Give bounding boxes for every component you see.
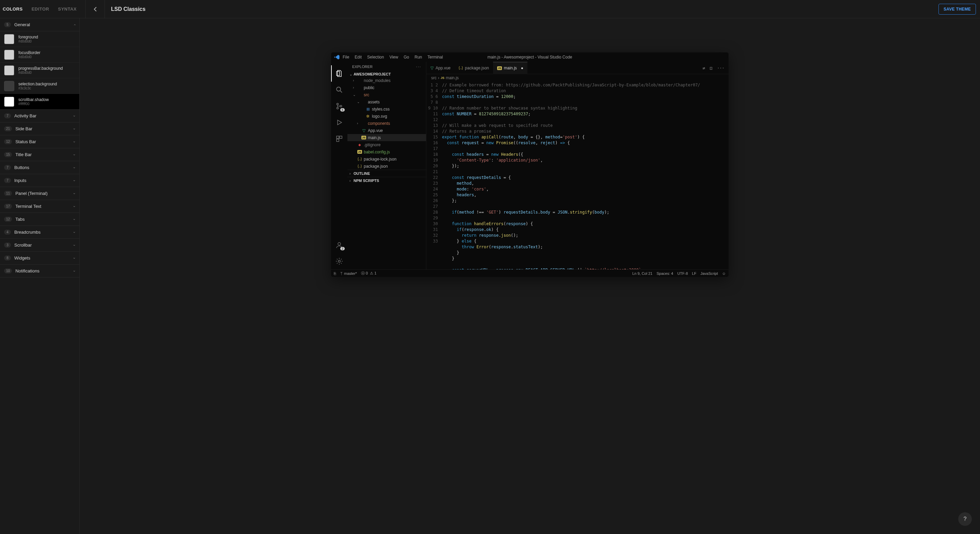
section-count: 8 xyxy=(4,256,11,261)
section-title: Breadcrumbs xyxy=(14,230,74,235)
section-buttons[interactable]: 7 Buttons › xyxy=(0,161,79,174)
chevron-icon: › xyxy=(73,206,76,207)
section-status-bar[interactable]: 12 Status Bar › xyxy=(0,135,79,148)
tab-editor[interactable]: EDITOR xyxy=(32,6,49,11)
tree-item[interactable]: JS main.js xyxy=(347,134,426,141)
section-count: 5 xyxy=(4,22,11,27)
section-count: 10 xyxy=(4,269,12,273)
section-panel-terminal-[interactable]: 11 Panel (Terminal) › xyxy=(0,187,79,200)
color-item-foreground[interactable]: foreground #d0d0d0 xyxy=(0,31,79,47)
section-activity-bar[interactable]: 7 Activity Bar › xyxy=(0,110,79,122)
section-widgets[interactable]: 8 Widgets › xyxy=(0,252,79,265)
tree-label: src xyxy=(364,92,369,97)
cursor-position[interactable]: Ln 9, Col 21 xyxy=(632,272,652,275)
section-breadcrumbs[interactable]: 4 Breadcrumbs › xyxy=(0,226,79,239)
section-inputs[interactable]: 7 Inputs › xyxy=(0,174,79,187)
color-item-selection-background[interactable]: selection.background #3c3c3c xyxy=(0,78,79,94)
compare-icon[interactable]: ⇄ xyxy=(703,66,705,70)
chevron-icon: › xyxy=(73,193,76,194)
section-title-bar[interactable]: 15 Title Bar › xyxy=(0,148,79,161)
tree-item[interactable]: › public xyxy=(347,84,426,91)
project-header[interactable]: ⌄ AWESOMEPROJECT xyxy=(347,72,426,77)
more-icon[interactable]: ··· xyxy=(717,66,724,70)
code-area[interactable]: 1 2 3 4 5 6 7 8 9 10 11 12 13 14 15 16 1… xyxy=(426,82,729,269)
color-name: focusBorder xyxy=(18,50,40,55)
vs-activitybar: 6 2 xyxy=(331,62,347,269)
vscode-preview: FileEditSelectionViewGoRunTerminal main.… xyxy=(331,52,729,277)
problems-status[interactable]: ⓧ 0 ⚠ 1 xyxy=(361,271,376,276)
file-icon: ▽ xyxy=(361,128,366,133)
menu-go[interactable]: Go xyxy=(404,55,409,59)
section-general[interactable]: 5 General › xyxy=(0,18,79,31)
color-item-focusBorder[interactable]: focusBorder #d0d0d0 xyxy=(0,47,79,63)
chevron-icon: › xyxy=(73,115,76,117)
menu-view[interactable]: View xyxy=(389,55,398,59)
language-status[interactable]: JavaScript xyxy=(700,272,718,275)
color-item-scrollbar-shadow[interactable]: scrollbar.shadow #ffffff00 xyxy=(0,94,79,110)
chevron-icon: › xyxy=(73,24,76,25)
tree-label: components xyxy=(368,121,390,126)
tree-label: logo.svg xyxy=(372,114,387,119)
editor-tabs: ▽App.vue{..}package.jsonJSmain.js●⇄◫··· xyxy=(426,62,729,74)
section-title: Tabs xyxy=(15,217,74,222)
editor-tab[interactable]: ▽App.vue xyxy=(426,62,455,74)
menu-file[interactable]: File xyxy=(343,55,349,59)
save-theme-button[interactable]: SAVE THEME xyxy=(939,4,976,14)
vs-editor: ▽App.vue{..}package.jsonJSmain.js●⇄◫··· … xyxy=(426,62,729,269)
activity-explorer-icon[interactable] xyxy=(331,65,347,82)
menu-terminal[interactable]: Terminal xyxy=(427,55,443,59)
tree-item[interactable]: JS babel.config.js xyxy=(347,148,426,156)
tree-item[interactable]: ▽ App.vue xyxy=(347,127,426,134)
tree-item[interactable]: ⌄ src xyxy=(347,91,426,98)
npm-scripts-section[interactable]: ›NPM SCRIPTS xyxy=(347,177,426,184)
file-icon: ◆ xyxy=(357,143,363,146)
tree-item[interactable]: › components xyxy=(347,120,426,127)
color-hex: #d0d0d0 xyxy=(18,55,40,59)
activity-search-icon[interactable] xyxy=(331,82,347,98)
color-name: progressBar.background xyxy=(18,66,63,71)
activity-debug-icon[interactable] xyxy=(331,114,347,130)
tab-syntax[interactable]: SYNTAX xyxy=(58,6,77,11)
section-notifications[interactable]: 10 Notifications › xyxy=(0,265,79,278)
encoding-status[interactable]: UTF-8 xyxy=(677,272,688,275)
outline-section[interactable]: ›OUTLINE xyxy=(347,170,426,177)
section-title: Side Bar xyxy=(15,126,74,131)
menu-run[interactable]: Run xyxy=(414,55,422,59)
color-item-progressBar-background[interactable]: progressBar.background #d0d0d0 xyxy=(0,63,79,78)
section-scrollbar[interactable]: 3 Scrollbar › xyxy=(0,239,79,252)
tree-item[interactable]: {..} package.json xyxy=(347,162,426,170)
back-button[interactable] xyxy=(86,0,105,18)
activity-scm-icon[interactable]: 6 xyxy=(331,98,347,114)
tree-item[interactable]: ▤ styles.css xyxy=(347,105,426,113)
menu-selection[interactable]: Selection xyxy=(367,55,384,59)
activity-settings-icon[interactable] xyxy=(331,253,347,269)
activity-extensions-icon[interactable] xyxy=(331,130,347,147)
explorer-more-icon[interactable]: ··· xyxy=(416,65,421,69)
tree-label: App.vue xyxy=(368,128,383,133)
tree-item[interactable]: ✲ logo.svg xyxy=(347,113,426,120)
tab-colors[interactable]: COLORS xyxy=(3,6,23,11)
tree-item[interactable]: ◆ .gitignore xyxy=(347,141,426,148)
chevron-icon: › xyxy=(73,245,76,246)
tree-chevron-icon: › xyxy=(357,121,361,125)
vs-sidebar: EXPLORER ··· ⌄ AWESOMEPROJECT › node_mod… xyxy=(347,62,426,269)
eol-status[interactable]: LF xyxy=(692,272,697,275)
activity-account-icon[interactable]: 2 xyxy=(331,237,347,253)
branch-status[interactable]: ᛘmaster* xyxy=(340,272,357,275)
feedback-icon[interactable]: ☺ xyxy=(722,272,726,275)
section-count: 4 xyxy=(4,230,11,235)
remote-icon[interactable]: ⎘ xyxy=(334,272,336,275)
tree-item[interactable]: {..} package-lock.json xyxy=(347,156,426,162)
section-tabs[interactable]: 12 Tabs › xyxy=(0,213,79,226)
section-terminal-text[interactable]: 17 Terminal Text › xyxy=(0,200,79,213)
indent-status[interactable]: Spaces: 4 xyxy=(656,272,673,275)
tree-item[interactable]: › node_modules xyxy=(347,77,426,84)
help-button[interactable]: ? xyxy=(958,512,972,526)
editor-tab[interactable]: {..}package.json xyxy=(455,62,493,74)
section-side-bar[interactable]: 21 Side Bar › xyxy=(0,122,79,135)
split-icon[interactable]: ◫ xyxy=(710,66,712,70)
tree-item[interactable]: ⌄ assets xyxy=(347,98,426,105)
menu-edit[interactable]: Edit xyxy=(355,55,362,59)
breadcrumb[interactable]: src› JS main.js xyxy=(426,74,729,82)
editor-tab[interactable]: JSmain.js● xyxy=(493,62,527,74)
